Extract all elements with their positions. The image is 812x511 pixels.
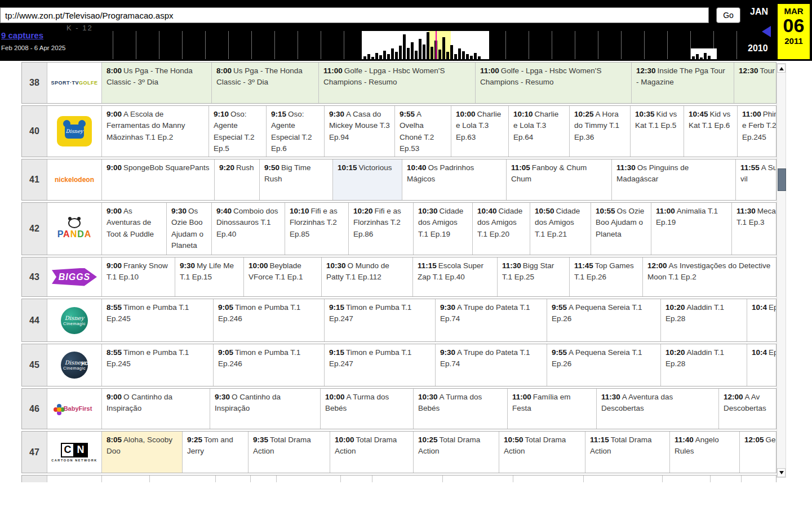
program-cell[interactable]: 11:30Bigg Star T.1 Ep.25: [497, 257, 569, 296]
program-cell[interactable]: 10:30A Turma dos Bebés: [413, 389, 507, 429]
program-cell[interactable]: 10:25Total Drama Action: [413, 432, 499, 473]
program-cell[interactable]: 10:4Ep.29: [747, 299, 776, 341]
program-cell[interactable]: 10:25A Hora do Timmy T.1 Ep.36: [569, 106, 630, 157]
program-time: 12:30: [636, 66, 656, 75]
program-cell[interactable]: 10:00Beyblade VForce T.1 Ep.1: [243, 257, 321, 296]
program-cell[interactable]: 12:00As Investigações do Detective Moon …: [642, 257, 776, 296]
program-cell[interactable]: 12:05Generat: [739, 432, 776, 473]
channel-logo-cell[interactable]: DisneyCinemagic: [47, 299, 101, 341]
channel-logo-cell[interactable]: PANDA: [47, 203, 101, 255]
program-cell[interactable]: 12:30Tour - Ma: [734, 63, 776, 103]
program-cell[interactable]: 9:30A Casa do Mickey Mouse T.3 Ep.94: [324, 106, 394, 157]
program-cell[interactable]: 9:05Timon e Pumba T.1 Ep.246: [213, 299, 324, 341]
program-cell[interactable]: 9:15Oso: Agente Especial T.2 Ep.6: [266, 106, 324, 157]
program-cell[interactable]: 11:15Total Drama Action: [585, 432, 669, 473]
program-cell[interactable]: 11:30Mecanima T.1 Ep.3: [731, 203, 776, 255]
program-cell[interactable]: 11:30A Aventura das Descobertas: [596, 389, 718, 429]
prev-year-label[interactable]: 2010: [748, 43, 768, 54]
histogram-bar: [700, 57, 703, 59]
channel-number: 47: [22, 432, 47, 473]
program-cell[interactable]: 9:35Total Drama Action: [248, 432, 330, 473]
program-cell[interactable]: 11:30Os Pinguins de Madagáscar: [611, 159, 735, 200]
program-cell[interactable]: 8:55Timon e Pumba T.1 Ep.245: [101, 344, 213, 386]
program-cell[interactable]: 11:05Fanboy & Chum Chum: [506, 159, 611, 200]
program-time: 10:15: [338, 163, 357, 172]
program-cell[interactable]: 10:30Cidade dos Amigos T.1 Ep.19: [413, 203, 472, 255]
program-cell[interactable]: 10:4Ep.29: [747, 344, 776, 386]
program-cell[interactable]: 10:50Total Drama Action: [499, 432, 585, 473]
program-cell[interactable]: 9:20Rush: [214, 159, 259, 200]
program-cell[interactable]: 8:55Timon e Pumba T.1 Ep.245: [101, 299, 213, 341]
scroll-down-button[interactable]: [777, 468, 786, 477]
program-cell[interactable]: 10:40Cidade dos Amigos T.1 Ep.20: [472, 203, 530, 255]
channel-logo-cell[interactable]: Disney: [47, 106, 101, 157]
prev-capture-arrow-icon[interactable]: [762, 26, 771, 37]
vertical-scrollbar[interactable]: [776, 63, 786, 478]
program-cell[interactable]: 9:40Comboio dos Dinossauros T.1 Ep.40: [211, 203, 285, 255]
program-cell[interactable]: 10:10Charlie e Lola T.3 Ep.64: [508, 106, 569, 157]
program-cell[interactable]: 9:05Timon e Pumba T.1 Ep.246: [213, 344, 324, 386]
program-cell[interactable]: 9:30A Trupe do Pateta T.1 Ep.74: [435, 344, 547, 386]
program-cell[interactable]: 10:15Victorious: [332, 159, 402, 200]
program-cell[interactable]: 10:30O Mundo de Patty T.1 Ep.112: [321, 257, 412, 296]
program-cell[interactable]: 12:00A Av Descobertas: [718, 389, 776, 429]
program-cell[interactable]: 11:00Golfe - Lpga - Hsbc Women'S Champio…: [318, 63, 475, 103]
program-cell[interactable]: 10:40Os Padrinhos Mágicos: [402, 159, 506, 200]
histogram-bar: [704, 53, 707, 59]
scrollbar-thumb[interactable]: [778, 168, 786, 191]
channel-logo-cell[interactable]: nickelodeon: [47, 159, 101, 200]
captures-link[interactable]: 9 captures: [1, 30, 43, 40]
program-cell[interactable]: 10:00A Turma dos Bebés: [320, 389, 413, 429]
program-cell[interactable]: 9:00O Cantinho da Inspiração: [101, 389, 210, 429]
url-input[interactable]: [0, 7, 709, 23]
program-cell[interactable]: 8:00Us Pga - The Honda Classic - 3º Dia: [211, 63, 318, 103]
current-capture-box[interactable]: MAR 06 2011: [778, 4, 810, 59]
program-cell[interactable]: 10:10Fifi e as Florzinhas T.2 Ep.85: [285, 203, 348, 255]
go-button[interactable]: Go: [716, 7, 740, 23]
program-cell[interactable]: 10:45Kid vs Kat T.1 Ep.6: [684, 106, 737, 157]
program-cell[interactable]: 11:00Animalia T.1 Ep.19: [651, 203, 731, 255]
program-cell[interactable]: 11:15Escola Super Zap T.1 Ep.40: [412, 257, 497, 296]
channel-logo-cell[interactable]: BIGGS: [47, 257, 101, 296]
program-cell[interactable]: 9:00As Aventuras de Toot & Puddle: [101, 203, 166, 255]
program-cell[interactable]: 9:30A Trupe do Pateta T.1 Ep.74: [435, 299, 547, 341]
program-cell[interactable]: 10:35Kid vs Kat T.1 Ep.5: [630, 106, 684, 157]
program-cell[interactable]: 11:55A Super-vil: [735, 159, 776, 200]
program-cell[interactable]: 11:40Angelo Rules: [669, 432, 739, 473]
program-cell[interactable]: 9:15Timon e Pumba T.1 Ep.247: [324, 299, 435, 341]
program-cell[interactable]: 10:55Os Ozie Boo Ajudam o Planeta: [591, 203, 651, 255]
program-cell[interactable]: 10:20Aladdin T.1 Ep.28: [660, 344, 747, 386]
program-cell[interactable]: 9:55A Pequena Sereia T.1 Ep.26: [547, 344, 660, 386]
program-cell[interactable]: 9:55A Ovelha Choné T.2 Ep.53: [394, 106, 451, 157]
scroll-up-button[interactable]: [777, 64, 786, 73]
program-cell[interactable]: 9:30O Cantinho da Inspiração: [210, 389, 320, 429]
program-cell[interactable]: 9:00Franky Snow T.1 Ep.10: [101, 257, 175, 296]
program-cell[interactable]: 9:10Oso: Agente Especial T.2 Ep.5: [208, 106, 266, 157]
program-cell[interactable]: 11:00Phineas e Ferb T.2 Ep.245: [737, 106, 776, 157]
program-cell[interactable]: 8:00Us Pga - The Honda Classic - 3º Dia: [101, 63, 211, 103]
program-cell[interactable]: 9:30Os Ozie Boo Ajudam o Planeta: [166, 203, 211, 255]
channel-logo-cell[interactable]: SPORT·TVGOLFE: [47, 63, 101, 103]
program-cell[interactable]: 11:00Golfe - Lpga - Hsbc Women'S Champio…: [475, 63, 631, 103]
program-cell[interactable]: 9:55A Pequena Sereia T.1 Ep.26: [547, 299, 660, 341]
channel-logo-cell[interactable]: BabyFirst: [47, 389, 101, 429]
program-cell[interactable]: 10:20Fifi e as Florzinhas T.2 Ep.86: [348, 203, 413, 255]
program-cell[interactable]: 9:15Timon e Pumba T.1 Ep.247: [324, 344, 435, 386]
capture-histogram[interactable]: [362, 31, 489, 59]
program-cell[interactable]: 8:05Aloha, Scooby Doo: [101, 432, 182, 473]
program-cell[interactable]: 12:30Inside The Pga Tour - Magazine: [631, 63, 734, 103]
program-cell[interactable]: 10:50Cidade dos Amigos T.1 Ep.21: [530, 203, 591, 255]
program-cell[interactable]: 9:50Big Time Rush: [259, 159, 332, 200]
program-cell[interactable]: 9:30My Life Me T.1 Ep.15: [175, 257, 243, 296]
program-cell[interactable]: 11:45Top Games T.1 Ep.26: [569, 257, 642, 296]
channel-logo-cell[interactable]: DisneyCinemagicHD: [47, 344, 101, 386]
program-cell[interactable]: 10:00Total Drama Action: [330, 432, 413, 473]
program-cell[interactable]: 10:00Charlie e Lola T.3 Ep.63: [451, 106, 508, 157]
channel-logo-cell[interactable]: CNCARTOON NETWORK: [47, 432, 101, 473]
program-cell[interactable]: 10:20Aladdin T.1 Ep.28: [660, 299, 747, 341]
program-cell[interactable]: 9:00A Escola de Ferramentas do Manny Mão…: [101, 106, 208, 157]
program-cell[interactable]: 11:00Família em Festa: [507, 389, 596, 429]
program-cell[interactable]: 9:00SpongeBob SquarePants: [101, 159, 214, 200]
program-time: 11:00: [512, 393, 531, 401]
program-cell[interactable]: 9:25Tom and Jerry: [182, 432, 248, 473]
